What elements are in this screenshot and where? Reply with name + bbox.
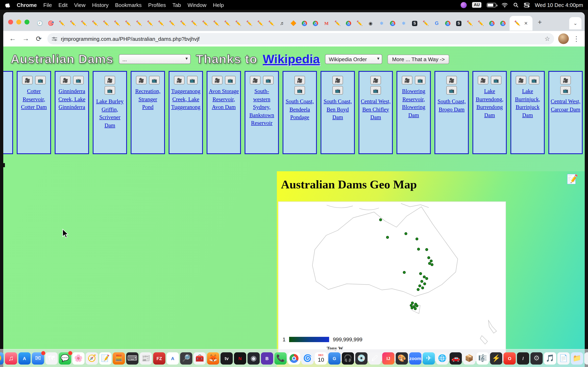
reload-button[interactable]: ⟳: [34, 34, 43, 43]
browser-tab[interactable]: [343, 17, 354, 29]
browser-tab[interactable]: ✏️: [145, 17, 156, 29]
dock-icon[interactable]: 🧭: [86, 352, 98, 364]
control-center-icon[interactable]: [524, 2, 529, 8]
menu-item-file[interactable]: File: [43, 2, 52, 8]
menu-item-chrome[interactable]: Chrome: [17, 2, 37, 8]
tv-icon[interactable]: 📺: [294, 86, 305, 95]
camera-icon[interactable]: 🎥: [560, 76, 571, 84]
browser-tab[interactable]: ✏️: [178, 17, 189, 29]
tv-icon[interactable]: 📺: [187, 76, 198, 84]
dock-icon[interactable]: 📁: [571, 352, 583, 364]
map-marker[interactable]: [418, 285, 421, 287]
dock-icon[interactable]: /: [517, 352, 529, 364]
tv-icon[interactable]: 📺: [225, 76, 236, 84]
dock-icon[interactable]: zoom: [409, 352, 421, 364]
dock-icon[interactable]: G: [328, 352, 341, 364]
dam-link[interactable]: Tuggeranong Creek, Lake Tuggeranong: [169, 87, 202, 111]
dock-icon[interactable]: DEC10: [315, 352, 327, 364]
map-marker[interactable]: [386, 236, 389, 239]
dock-icon[interactable]: 🧮: [113, 352, 125, 364]
dam-link[interactable]: South Coast, Brogo Dam: [435, 97, 468, 114]
camera-icon[interactable]: 🎥: [294, 76, 305, 84]
map-marker[interactable]: [403, 271, 406, 274]
close-window-button[interactable]: [8, 20, 13, 25]
map-marker[interactable]: [405, 232, 407, 235]
map-marker[interactable]: [431, 263, 434, 266]
dock-icon[interactable]: 🚗: [450, 352, 462, 364]
dock-icon[interactable]: IJ: [382, 352, 394, 364]
dam-link[interactable]: Ginninderra Creek, Lake Ginninderra: [56, 87, 88, 111]
dock-icon[interactable]: ⚙: [530, 352, 543, 364]
browser-tab[interactable]: ✏️: [56, 17, 67, 29]
browser-tab[interactable]: ✏️: [200, 17, 211, 29]
browser-tab[interactable]: [387, 17, 398, 29]
browser-tab[interactable]: ✏️: [67, 17, 78, 29]
browser-tab[interactable]: ✏️: [233, 17, 244, 29]
dock-icon[interactable]: 🦊: [207, 352, 219, 364]
browser-menu-icon[interactable]: ⋮: [573, 34, 580, 43]
browser-tab[interactable]: [497, 17, 508, 29]
tv-icon[interactable]: 📺: [149, 76, 160, 84]
dam-link[interactable]: Blowering Reservoir, Blowering Dam: [397, 87, 430, 120]
map-marker[interactable]: [417, 288, 420, 291]
browser-tab[interactable]: ✏️: [332, 17, 343, 29]
notepad-icon[interactable]: 📝: [567, 175, 578, 184]
battery-icon[interactable]: [486, 3, 496, 7]
camera-icon[interactable]: 🎥: [478, 76, 488, 84]
tv-icon[interactable]: 📺: [560, 86, 571, 95]
browser-tab[interactable]: ✏️: [134, 17, 145, 29]
map-marker[interactable]: [421, 280, 424, 283]
dock-icon[interactable]: A: [167, 352, 179, 364]
browser-tab[interactable]: ✏️: [122, 17, 134, 29]
map-marker[interactable]: [421, 286, 424, 289]
zoom-window-button[interactable]: [25, 20, 29, 25]
dam-link[interactable]: Central West, Ben Chifley Dam: [359, 97, 392, 122]
map-marker[interactable]: [427, 256, 430, 259]
minimize-window-button[interactable]: [16, 20, 21, 25]
dock-icon[interactable]: 🗑: [584, 352, 588, 364]
dock-icon[interactable]: [288, 352, 300, 364]
browser-tab[interactable]: ✏️: [464, 17, 475, 29]
map-marker[interactable]: [419, 272, 422, 275]
map-marker[interactable]: [425, 277, 428, 280]
tv-icon[interactable]: 📺: [415, 76, 425, 84]
forward-button[interactable]: →: [21, 35, 30, 43]
close-tab-icon[interactable]: ✕: [524, 21, 528, 26]
dock-icon[interactable]: 🌸: [72, 352, 85, 364]
browser-tab[interactable]: ✏️: [189, 17, 200, 29]
menubar-app-icon[interactable]: [461, 2, 467, 8]
dam-link[interactable]: Central West, Carcoar Dam: [549, 97, 582, 114]
menu-item-view[interactable]: View: [74, 2, 86, 8]
dock-icon[interactable]: 📝: [99, 352, 112, 364]
dam-select[interactable]: ...: [119, 54, 191, 64]
order-select[interactable]: Wikipedia Order: [325, 54, 382, 64]
camera-icon[interactable]: 🎥: [104, 76, 115, 84]
dock-icon[interactable]: 🎧: [342, 352, 354, 364]
input-source-badge[interactable]: AU: [472, 2, 481, 8]
dock-icon[interactable]: N: [234, 352, 246, 364]
menu-item-history[interactable]: History: [92, 2, 109, 8]
browser-tab[interactable]: ✏️: [354, 17, 365, 29]
menu-item-window[interactable]: Window: [188, 2, 207, 8]
dock-icon[interactable]: 🌐: [436, 352, 448, 364]
dock-icon[interactable]: tv: [221, 352, 233, 364]
menu-item-help[interactable]: Help: [213, 2, 224, 8]
camera-icon[interactable]: 🎥: [402, 76, 412, 84]
dock-icon[interactable]: 🎼: [476, 352, 489, 364]
map-marker[interactable]: [415, 238, 418, 241]
dam-link[interactable]: South Coast, Bendeela Pondage: [283, 97, 316, 122]
map-marker[interactable]: [425, 248, 428, 251]
bookmark-star-icon[interactable]: ☆: [545, 35, 550, 42]
dock-icon[interactable]: 🎨: [396, 352, 408, 364]
dam-link[interactable]: Recreation, Stranger Pond: [131, 87, 164, 111]
more-that-a-way-button[interactable]: More ... That a Way ->: [388, 54, 449, 64]
address-bar[interactable]: rjmprogramming.com.au/PHP/australian_dam…: [47, 33, 554, 44]
site-settings-icon[interactable]: [52, 36, 58, 42]
browser-tab[interactable]: ✏️: [112, 17, 122, 29]
dock-icon[interactable]: 📄: [557, 352, 570, 364]
browser-tab[interactable]: ◉: [365, 17, 376, 29]
dock-icon[interactable]: 📞: [274, 352, 287, 364]
dam-link[interactable]: South-western Sydney, Bankstown Reservoi…: [245, 87, 278, 128]
dam-link[interactable]: Avon Storage Reservoir, Avon Dam: [208, 87, 240, 111]
active-tab[interactable]: ✏️ ✕: [510, 16, 532, 31]
